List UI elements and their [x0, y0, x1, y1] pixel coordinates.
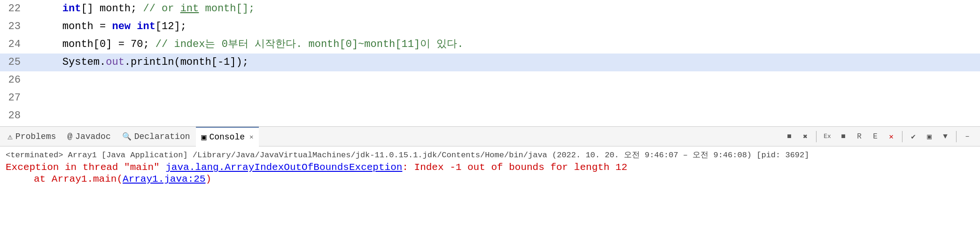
toolbar-minimize-btn[interactable]: –	[960, 130, 974, 144]
tab-problems-label: Problems	[16, 132, 56, 141]
tab-javadoc-label: Javadoc	[75, 132, 111, 141]
tab-declaration[interactable]: 🔍 Declaration	[117, 127, 196, 146]
code-line-25: 25 System.out.println(month[-1]);	[0, 54, 980, 71]
code-line-23: 23 month = new int[12];	[0, 18, 980, 36]
code-line-27: 27	[0, 89, 980, 107]
toolbar-sep-3	[956, 131, 957, 142]
tab-console[interactable]: ▣ Console ✕	[196, 127, 259, 146]
code-content-23: month = new int[12];	[28, 18, 187, 36]
line-number-22: 22	[0, 0, 28, 18]
console-error-suffix: : Index -1 out of bounds for length 12	[402, 162, 627, 173]
toolbar-copy-btn[interactable]: ■	[836, 130, 850, 144]
console-stack-suffix: )	[205, 174, 211, 184]
code-content-25: System.out.println(month[-1]);	[28, 54, 249, 71]
toolbar-display-btn[interactable]: ▣	[922, 130, 936, 144]
console-error-exception-link[interactable]: java.lang.ArrayIndexOutOfBoundsException	[165, 162, 402, 173]
console-stack-link[interactable]: Array1.java:25	[123, 174, 205, 184]
tab-declaration-label: Declaration	[134, 132, 190, 141]
toolbar-open-btn[interactable]: ✔	[906, 130, 920, 144]
toolbar-paste-btn[interactable]: R	[852, 130, 866, 144]
line-number-28: 28	[0, 107, 28, 125]
toolbar-stop-btn[interactable]: ■	[782, 130, 796, 144]
toolbar-sep-1	[816, 131, 817, 142]
console-error-prefix: Exception in thread "main"	[6, 162, 165, 173]
code-line-28: 28	[0, 107, 980, 125]
toolbar-remove-btn[interactable]: ✕	[884, 130, 898, 144]
code-editor: 22 int[] month; // or int month[]; 23 mo…	[0, 0, 980, 127]
declaration-icon: 🔍	[122, 132, 132, 141]
code-content-24: month[0] = 70; // index는 0부터 시작한다. month…	[28, 36, 464, 54]
toolbar-sep-2	[902, 131, 902, 142]
toolbar-dropdown-btn[interactable]: ▼	[938, 130, 952, 144]
code-line-26: 26	[0, 71, 980, 89]
tab-console-label: Console	[209, 132, 245, 142]
line-number-26: 26	[0, 71, 28, 89]
tab-console-close[interactable]: ✕	[249, 133, 253, 141]
line-number-25: 25	[0, 54, 28, 71]
line-number-23: 23	[0, 18, 28, 36]
tab-bar: ⚠ Problems @ Javadoc 🔍 Declaration ▣ Con…	[0, 127, 980, 146]
code-line-22: 22 int[] month; // or int month[];	[0, 0, 980, 18]
line-number-27: 27	[0, 89, 28, 107]
console-error-line-1: Exception in thread "main" java.lang.Arr…	[6, 162, 974, 173]
javadoc-icon: @	[67, 132, 72, 141]
console-status: <terminated> Array1 [Java Application] /…	[6, 149, 974, 160]
toolbar-icons: ■ ✖ Ex ■ R E ✕ ✔ ▣ ▼ –	[782, 130, 978, 144]
console-stack-line-1: at Array1.main(Array1.java:25)	[6, 174, 974, 184]
code-content-22: int[] month; // or int month[];	[28, 0, 255, 18]
bottom-panel: ⚠ Problems @ Javadoc 🔍 Declaration ▣ Con…	[0, 127, 980, 246]
tab-problems[interactable]: ⚠ Problems	[2, 127, 62, 146]
console-area: <terminated> Array1 [Java Application] /…	[0, 146, 980, 246]
toolbar-terminate-btn[interactable]: ✖	[798, 130, 812, 144]
toolbar-pin-btn[interactable]: E	[868, 130, 882, 144]
console-icon: ▣	[202, 132, 207, 142]
problems-icon: ⚠	[8, 131, 13, 142]
toolbar-clear-btn[interactable]: Ex	[820, 130, 834, 144]
console-stack-prefix: at Array1.main(	[34, 174, 123, 184]
tab-javadoc[interactable]: @ Javadoc	[62, 127, 116, 146]
code-line-24: 24 month[0] = 70; // index는 0부터 시작한다. mo…	[0, 36, 980, 54]
line-number-24: 24	[0, 36, 28, 54]
